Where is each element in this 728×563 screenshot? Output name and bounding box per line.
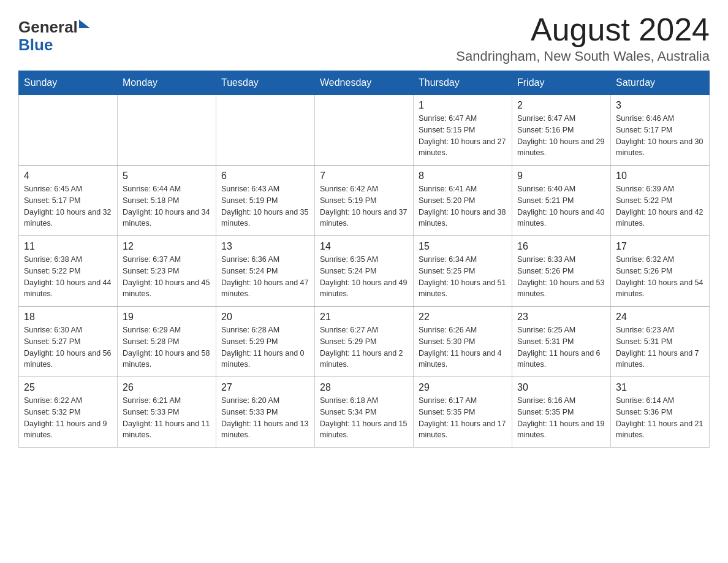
weekday-header-wednesday: Wednesday xyxy=(315,71,414,95)
cell-day-number: 13 xyxy=(221,241,309,252)
cell-info-text: Sunrise: 6:44 AMSunset: 5:18 PMDaylight:… xyxy=(123,183,211,229)
calendar-cell: 1Sunrise: 6:47 AMSunset: 5:15 PMDaylight… xyxy=(414,95,512,166)
calendar-cell: 15Sunrise: 6:34 AMSunset: 5:25 PMDayligh… xyxy=(414,236,512,307)
cell-day-number: 21 xyxy=(320,312,408,323)
cell-info-text: Sunrise: 6:25 AMSunset: 5:31 PMDaylight:… xyxy=(517,324,605,370)
calendar-cell: 3Sunrise: 6:46 AMSunset: 5:17 PMDaylight… xyxy=(611,95,710,166)
cell-info-text: Sunrise: 6:27 AMSunset: 5:29 PMDaylight:… xyxy=(320,324,408,370)
calendar-cell: 16Sunrise: 6:33 AMSunset: 5:26 PMDayligh… xyxy=(512,236,611,307)
calendar-cell: 25Sunrise: 6:22 AMSunset: 5:32 PMDayligh… xyxy=(19,377,118,448)
cell-info-text: Sunrise: 6:42 AMSunset: 5:19 PMDaylight:… xyxy=(320,183,408,229)
cell-day-number: 8 xyxy=(419,170,507,182)
cell-day-number: 29 xyxy=(419,382,507,393)
calendar-cell: 24Sunrise: 6:23 AMSunset: 5:31 PMDayligh… xyxy=(611,307,710,377)
cell-info-text: Sunrise: 6:41 AMSunset: 5:20 PMDaylight:… xyxy=(419,183,507,229)
cell-info-text: Sunrise: 6:36 AMSunset: 5:24 PMDaylight:… xyxy=(221,254,309,300)
calendar-cell xyxy=(118,95,216,166)
cell-day-number: 6 xyxy=(221,170,309,182)
cell-day-number: 25 xyxy=(24,382,112,393)
cell-info-text: Sunrise: 6:30 AMSunset: 5:27 PMDaylight:… xyxy=(24,324,112,370)
cell-day-number: 11 xyxy=(24,241,112,252)
page-header: General Blue August 2024 Sandringham, Ne… xyxy=(18,12,710,64)
calendar-cell: 4Sunrise: 6:45 AMSunset: 5:17 PMDaylight… xyxy=(19,166,118,236)
cell-info-text: Sunrise: 6:33 AMSunset: 5:26 PMDaylight:… xyxy=(517,254,605,300)
cell-day-number: 24 xyxy=(616,312,704,323)
cell-info-text: Sunrise: 6:28 AMSunset: 5:29 PMDaylight:… xyxy=(221,324,309,370)
cell-day-number: 23 xyxy=(517,312,605,323)
calendar-cell: 20Sunrise: 6:28 AMSunset: 5:29 PMDayligh… xyxy=(216,307,315,377)
calendar-week-row: 4Sunrise: 6:45 AMSunset: 5:17 PMDaylight… xyxy=(19,166,710,236)
logo-triangle-icon xyxy=(79,20,90,28)
cell-info-text: Sunrise: 6:37 AMSunset: 5:23 PMDaylight:… xyxy=(123,254,211,300)
cell-info-text: Sunrise: 6:20 AMSunset: 5:33 PMDaylight:… xyxy=(221,395,309,441)
calendar-cell: 21Sunrise: 6:27 AMSunset: 5:29 PMDayligh… xyxy=(315,307,414,377)
calendar-cell: 31Sunrise: 6:14 AMSunset: 5:36 PMDayligh… xyxy=(611,377,710,448)
calendar-table: SundayMondayTuesdayWednesdayThursdayFrid… xyxy=(18,71,710,448)
logo-general-text: General xyxy=(18,18,78,36)
cell-info-text: Sunrise: 6:14 AMSunset: 5:36 PMDaylight:… xyxy=(616,395,704,441)
weekday-header-monday: Monday xyxy=(118,71,216,95)
cell-info-text: Sunrise: 6:35 AMSunset: 5:24 PMDaylight:… xyxy=(320,254,408,300)
cell-day-number: 22 xyxy=(419,312,507,323)
calendar-week-row: 25Sunrise: 6:22 AMSunset: 5:32 PMDayligh… xyxy=(19,377,710,448)
title-block: August 2024 Sandringham, New South Wales… xyxy=(456,12,710,64)
cell-info-text: Sunrise: 6:17 AMSunset: 5:35 PMDaylight:… xyxy=(419,395,507,441)
calendar-cell: 27Sunrise: 6:20 AMSunset: 5:33 PMDayligh… xyxy=(216,377,315,448)
cell-day-number: 5 xyxy=(123,170,211,182)
cell-info-text: Sunrise: 6:47 AMSunset: 5:15 PMDaylight:… xyxy=(419,113,507,159)
cell-info-text: Sunrise: 6:26 AMSunset: 5:30 PMDaylight:… xyxy=(419,324,507,370)
calendar-cell xyxy=(19,95,118,166)
cell-day-number: 15 xyxy=(419,241,507,252)
calendar-cell: 7Sunrise: 6:42 AMSunset: 5:19 PMDaylight… xyxy=(315,166,414,236)
weekday-header-row: SundayMondayTuesdayWednesdayThursdayFrid… xyxy=(19,71,710,95)
calendar-cell: 13Sunrise: 6:36 AMSunset: 5:24 PMDayligh… xyxy=(216,236,315,307)
cell-info-text: Sunrise: 6:23 AMSunset: 5:31 PMDaylight:… xyxy=(616,324,704,370)
calendar-week-row: 1Sunrise: 6:47 AMSunset: 5:15 PMDaylight… xyxy=(19,95,710,166)
cell-info-text: Sunrise: 6:21 AMSunset: 5:33 PMDaylight:… xyxy=(123,395,211,441)
location-subtitle: Sandringham, New South Wales, Australia xyxy=(456,48,710,64)
weekday-header-sunday: Sunday xyxy=(19,71,118,95)
cell-info-text: Sunrise: 6:46 AMSunset: 5:17 PMDaylight:… xyxy=(616,113,704,159)
cell-info-text: Sunrise: 6:45 AMSunset: 5:17 PMDaylight:… xyxy=(24,183,112,229)
calendar-cell xyxy=(216,95,315,166)
calendar-cell: 19Sunrise: 6:29 AMSunset: 5:28 PMDayligh… xyxy=(118,307,216,377)
calendar-cell: 26Sunrise: 6:21 AMSunset: 5:33 PMDayligh… xyxy=(118,377,216,448)
calendar-cell: 14Sunrise: 6:35 AMSunset: 5:24 PMDayligh… xyxy=(315,236,414,307)
cell-day-number: 2 xyxy=(517,100,605,111)
calendar-week-row: 18Sunrise: 6:30 AMSunset: 5:27 PMDayligh… xyxy=(19,307,710,377)
logo: General Blue xyxy=(18,18,90,53)
cell-day-number: 27 xyxy=(221,382,309,393)
cell-day-number: 31 xyxy=(616,382,704,393)
cell-day-number: 28 xyxy=(320,382,408,393)
calendar-cell: 30Sunrise: 6:16 AMSunset: 5:35 PMDayligh… xyxy=(512,377,611,448)
calendar-cell: 23Sunrise: 6:25 AMSunset: 5:31 PMDayligh… xyxy=(512,307,611,377)
cell-info-text: Sunrise: 6:40 AMSunset: 5:21 PMDaylight:… xyxy=(517,183,605,229)
cell-day-number: 7 xyxy=(320,170,408,182)
cell-info-text: Sunrise: 6:18 AMSunset: 5:34 PMDaylight:… xyxy=(320,395,408,441)
cell-day-number: 9 xyxy=(517,170,605,182)
calendar-cell xyxy=(315,95,414,166)
cell-day-number: 16 xyxy=(517,241,605,252)
cell-info-text: Sunrise: 6:22 AMSunset: 5:32 PMDaylight:… xyxy=(24,395,112,441)
cell-info-text: Sunrise: 6:32 AMSunset: 5:26 PMDaylight:… xyxy=(616,254,704,300)
calendar-cell: 12Sunrise: 6:37 AMSunset: 5:23 PMDayligh… xyxy=(118,236,216,307)
month-title: August 2024 xyxy=(456,12,710,47)
calendar-cell: 18Sunrise: 6:30 AMSunset: 5:27 PMDayligh… xyxy=(19,307,118,377)
calendar-week-row: 11Sunrise: 6:38 AMSunset: 5:22 PMDayligh… xyxy=(19,236,710,307)
calendar-cell: 28Sunrise: 6:18 AMSunset: 5:34 PMDayligh… xyxy=(315,377,414,448)
calendar-cell: 11Sunrise: 6:38 AMSunset: 5:22 PMDayligh… xyxy=(19,236,118,307)
cell-day-number: 12 xyxy=(123,241,211,252)
cell-day-number: 10 xyxy=(616,170,704,182)
cell-day-number: 19 xyxy=(123,312,211,323)
weekday-header-saturday: Saturday xyxy=(611,71,710,95)
calendar-cell: 10Sunrise: 6:39 AMSunset: 5:22 PMDayligh… xyxy=(611,166,710,236)
calendar-cell: 8Sunrise: 6:41 AMSunset: 5:20 PMDaylight… xyxy=(414,166,512,236)
cell-day-number: 30 xyxy=(517,382,605,393)
calendar-cell: 5Sunrise: 6:44 AMSunset: 5:18 PMDaylight… xyxy=(118,166,216,236)
cell-info-text: Sunrise: 6:38 AMSunset: 5:22 PMDaylight:… xyxy=(24,254,112,300)
weekday-header-tuesday: Tuesday xyxy=(216,71,315,95)
cell-info-text: Sunrise: 6:47 AMSunset: 5:16 PMDaylight:… xyxy=(517,113,605,159)
cell-info-text: Sunrise: 6:29 AMSunset: 5:28 PMDaylight:… xyxy=(123,324,211,370)
calendar-cell: 22Sunrise: 6:26 AMSunset: 5:30 PMDayligh… xyxy=(414,307,512,377)
cell-day-number: 14 xyxy=(320,241,408,252)
